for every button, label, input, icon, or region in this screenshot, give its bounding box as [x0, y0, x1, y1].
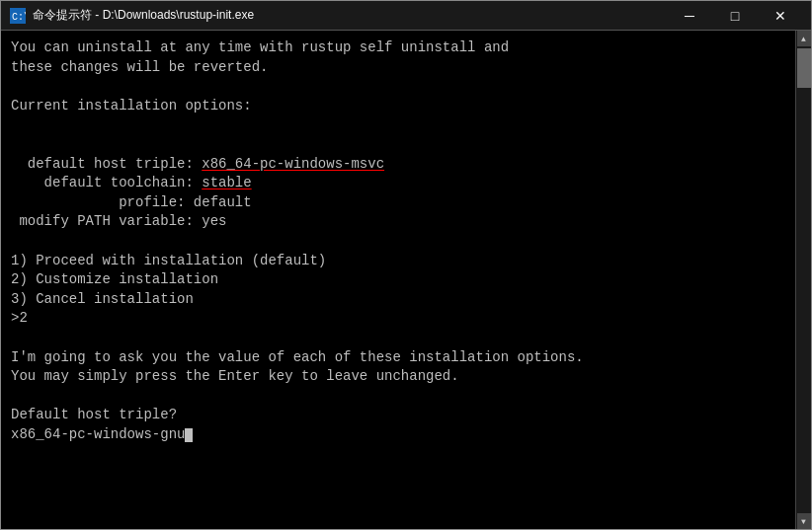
minimize-button[interactable]: ─	[667, 1, 712, 31]
restore-button[interactable]: □	[712, 1, 758, 31]
scroll-up-button[interactable]: ▲	[797, 31, 811, 46]
toolchain-value: stable	[202, 175, 251, 190]
scrollbar-thumb[interactable]	[797, 48, 811, 88]
scroll-down-button[interactable]: ▼	[797, 513, 811, 529]
close-button[interactable]: ✕	[758, 1, 803, 31]
titlebar: C:\ 命令提示符 - D:\Downloads\rustup-init.exe…	[1, 1, 811, 31]
scrollbar: ▲ ▼	[795, 31, 811, 529]
line-1: You can uninstall at any time with rustu…	[11, 39, 584, 442]
cmd-window: C:\ 命令提示符 - D:\Downloads\rustup-init.exe…	[0, 0, 812, 530]
cmd-icon: C:\	[9, 7, 27, 25]
terminal-output[interactable]: You can uninstall at any time with rustu…	[1, 31, 795, 529]
titlebar-buttons: ─ □ ✕	[667, 1, 803, 31]
svg-text:C:\: C:\	[12, 12, 26, 23]
cursor	[185, 428, 193, 442]
titlebar-title: 命令提示符 - D:\Downloads\rustup-init.exe	[33, 7, 667, 24]
host-triple-value: x86_64-pc-windows-msvc	[202, 156, 384, 172]
content-area: You can uninstall at any time with rustu…	[1, 31, 811, 529]
